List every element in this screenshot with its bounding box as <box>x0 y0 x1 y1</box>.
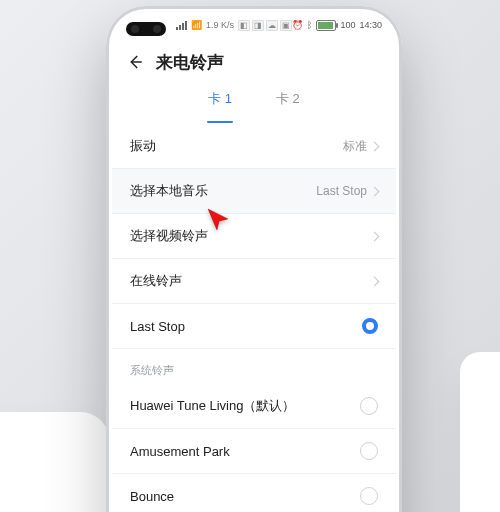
row-online-ringtone[interactable]: 在线铃声 <box>112 259 396 304</box>
header-bar: 来电铃声 <box>112 42 396 82</box>
net-speed: 1.9 K/s <box>206 20 234 30</box>
row-video-ringtone[interactable]: 选择视频铃声 <box>112 214 396 259</box>
row-system-ringtone[interactable]: Bounce <box>112 474 396 512</box>
tab-sim1[interactable]: 卡 1 <box>204 86 236 120</box>
section-system-ringtones: 系统铃声 <box>112 349 396 384</box>
row-label: 选择视频铃声 <box>130 227 208 245</box>
background-shape-right <box>460 352 500 512</box>
sim-tabs: 卡 1 卡 2 <box>112 86 396 120</box>
chevron-right-icon <box>370 276 380 286</box>
row-system-ringtone[interactable]: Huawei Tune Living（默认） <box>112 384 396 429</box>
battery-icon <box>316 20 336 31</box>
row-label: Huawei Tune Living（默认） <box>130 397 295 415</box>
radio-selected-icon <box>362 318 378 334</box>
clock: 14:30 <box>359 20 382 30</box>
row-label: 振动 <box>130 137 156 155</box>
tab-sim2[interactable]: 卡 2 <box>272 86 304 120</box>
row-label: 选择本地音乐 <box>130 182 208 200</box>
radio-unselected-icon <box>360 487 378 505</box>
phone-frame: 📶 1.9 K/s ◧◨☁▣ ⏰ ᛒ 100 14:30 来电铃声 卡 1 卡 … <box>106 6 402 512</box>
battery-text: 100 <box>340 20 355 30</box>
page-title: 来电铃声 <box>156 51 224 74</box>
settings-list: 振动 标准 选择本地音乐 Last Stop 选择视频铃声 在线铃声 Last … <box>112 124 396 512</box>
row-vibration[interactable]: 振动 标准 <box>112 124 396 169</box>
back-button[interactable] <box>124 51 146 73</box>
bluetooth-icon: ᛒ <box>307 20 312 30</box>
row-label: Amusement Park <box>130 444 230 459</box>
chevron-right-icon <box>370 141 380 151</box>
row-local-music[interactable]: 选择本地音乐 Last Stop <box>112 169 396 214</box>
radio-unselected-icon <box>360 397 378 415</box>
chevron-right-icon <box>370 231 380 241</box>
wifi-icon: 📶 <box>191 20 202 30</box>
row-label: 在线铃声 <box>130 272 182 290</box>
row-label: Last Stop <box>130 319 185 334</box>
row-system-ringtone[interactable]: Amusement Park <box>112 429 396 474</box>
row-label: Bounce <box>130 489 174 504</box>
status-chips: ◧◨☁▣ <box>238 20 292 31</box>
alarm-icon: ⏰ <box>292 20 303 30</box>
status-bar: 📶 1.9 K/s ◧◨☁▣ ⏰ ᛒ 100 14:30 <box>112 12 396 38</box>
row-value: 标准 <box>343 138 367 155</box>
chevron-right-icon <box>370 186 380 196</box>
radio-unselected-icon <box>360 442 378 460</box>
row-current-selection[interactable]: Last Stop <box>112 304 396 349</box>
signal-icon <box>176 21 187 30</box>
background-shape-left <box>0 412 110 512</box>
row-value: Last Stop <box>316 184 367 198</box>
back-arrow-icon <box>126 53 144 71</box>
